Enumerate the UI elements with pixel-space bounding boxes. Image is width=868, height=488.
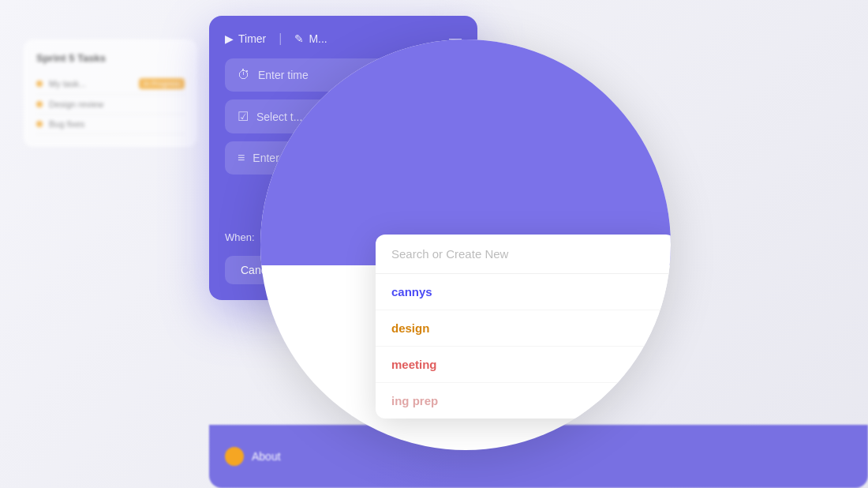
bg-task-dot	[36, 121, 43, 127]
clock-icon: ⏱	[238, 68, 250, 82]
about-dot-icon	[225, 447, 244, 466]
bg-task-item: My task... In Progress	[36, 73, 185, 95]
timer-icon: ▶	[225, 32, 234, 45]
tag-dropdown: Search or Create New cannys design meeti…	[376, 235, 671, 419]
circle-inner: Search or Create New cannys design meeti…	[260, 39, 671, 450]
bg-task-badge: In Progress	[139, 78, 185, 89]
bg-task-text: My task...	[49, 79, 86, 88]
background-task-panel: Sprint 5 Tasks My task... In Progress De…	[24, 39, 197, 147]
bg-task-item: Bug fixes	[36, 114, 185, 134]
dropdown-item-meeting-prep[interactable]: ing prep	[376, 383, 671, 419]
about-text: About	[252, 450, 281, 463]
task-icon: ☑	[238, 109, 249, 124]
bg-task-item: Design review	[36, 95, 185, 114]
dropdown-search-field[interactable]: Search or Create New	[376, 235, 671, 274]
dropdown-item-meeting[interactable]: meeting	[376, 347, 671, 383]
bg-task-dot	[36, 81, 43, 87]
bg-panel-title: Sprint 5 Tasks	[36, 52, 185, 64]
bg-task-dot	[36, 101, 43, 107]
dropdown-item-design[interactable]: design	[376, 310, 671, 347]
dropdown-item-cannys[interactable]: cannys	[376, 274, 671, 310]
bg-task-text: Bug fixes	[49, 119, 84, 129]
notes-icon: ≡	[238, 151, 245, 165]
when-label: When:	[225, 231, 255, 243]
bg-task-text: Design review	[49, 99, 103, 109]
circle-purple-background	[260, 39, 671, 265]
magnify-circle: Search or Create New cannys design meeti…	[260, 39, 671, 450]
